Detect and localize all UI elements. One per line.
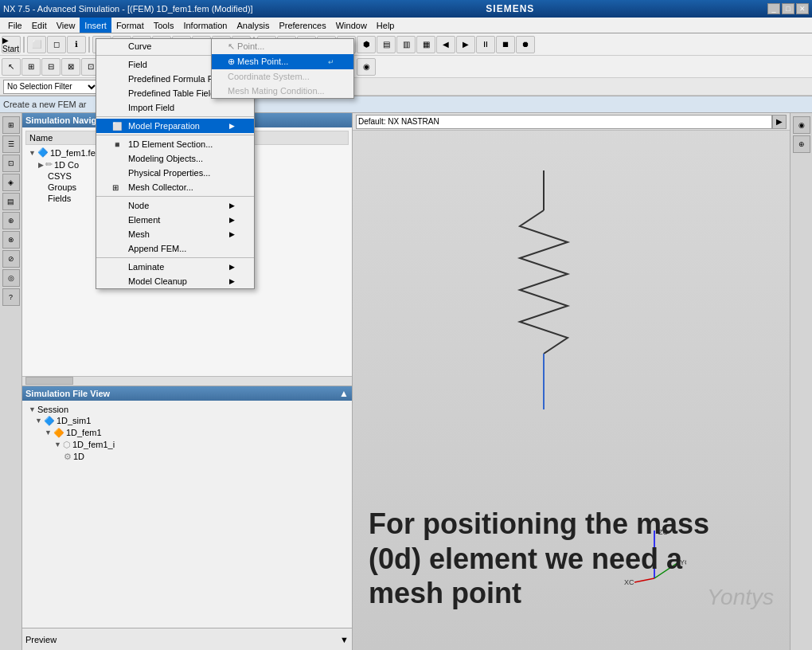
- toolbar-btn-19[interactable]: ▥: [396, 36, 416, 53]
- toolbar-btn-22[interactable]: ▶: [456, 36, 475, 53]
- spring-visualization: [512, 170, 576, 409]
- menu-1d-element[interactable]: ◾1D Element Section...: [96, 137, 254, 151]
- menu-edit[interactable]: Edit: [27, 18, 52, 33]
- sidebar-icon-9[interactable]: ◎: [2, 269, 20, 287]
- title-bar: NX 7.5 - Advanced Simulation - [(FEM) 1D…: [0, 0, 812, 18]
- submenu-mesh-point[interactable]: ⊕ Mesh Point... ↵: [212, 54, 353, 69]
- sidebar-icon-4[interactable]: ◈: [2, 174, 20, 191]
- sidebar-icon-7[interactable]: ⊗: [2, 231, 20, 249]
- viewport-3d: ZC YC XC For positioning the mass (0d) e…: [353, 131, 790, 650]
- menu-separator-4: [96, 196, 254, 197]
- menu-model-prep[interactable]: ⬜Model Preparation ▶: [96, 119, 254, 133]
- sim-tree-1dfem1i[interactable]: ▼ ⬡ 1D_fem1_i: [25, 439, 349, 451]
- sidebar-icon-3[interactable]: ⊡: [2, 155, 20, 172]
- submenu-point[interactable]: ↖ Point...: [212, 39, 353, 54]
- viewport-arrow[interactable]: ▶: [772, 115, 787, 129]
- menu-analysis[interactable]: Analysis: [232, 18, 274, 33]
- left-sidebar: ⊞ ☰ ⊡ ◈ ▤ ⊕ ⊗ ⊘ ◎ ?: [0, 113, 22, 650]
- toolbar2-btn-2[interactable]: ⊞: [21, 58, 41, 76]
- selection-filter[interactable]: No Selection Filter: [3, 80, 99, 94]
- sim-tree-1dsim1[interactable]: ▼ 🔷 1D_sim1: [25, 415, 349, 427]
- toolbar-btn-25[interactable]: ⏺: [516, 36, 535, 53]
- toolbar2-btn-3[interactable]: ⊟: [41, 58, 61, 76]
- sidebar-icon-8[interactable]: ⊘: [2, 250, 20, 268]
- title-bar-controls[interactable]: _ □ ✕: [767, 3, 809, 14]
- menu-information[interactable]: Information: [178, 18, 232, 33]
- menu-help[interactable]: Help: [372, 18, 400, 33]
- menu-model-cleanup[interactable]: Model Cleanup ▶: [96, 274, 254, 288]
- toolbar2-btn-1[interactable]: ↖: [2, 58, 21, 76]
- sim-file-view: Simulation File View ▲ ▼ Session ▼ 🔷 1D_…: [22, 386, 352, 628]
- toolbar-btn-17[interactable]: ⬢: [357, 36, 376, 53]
- restore-button[interactable]: □: [782, 3, 794, 14]
- menu-separator-5: [96, 257, 254, 258]
- close-button[interactable]: ✕: [796, 3, 809, 14]
- menu-node[interactable]: Node ▶: [96, 198, 254, 213]
- sim-tree-1d[interactable]: ⚙ 1D: [25, 451, 349, 463]
- menu-window[interactable]: Window: [331, 18, 372, 33]
- menu-physical-props[interactable]: Physical Properties...: [96, 166, 254, 180]
- submenu-mesh-mating: Mesh Mating Condition...: [212, 84, 353, 98]
- menu-tools[interactable]: Tools: [149, 18, 179, 33]
- toolbar2-btn-4[interactable]: ⊠: [61, 58, 80, 76]
- menu-mesh-collector[interactable]: ⊞Mesh Collector...: [96, 180, 254, 194]
- viewport-toolbar: ▶: [353, 113, 790, 131]
- menu-modeling-objects[interactable]: Modeling Objects...: [96, 151, 254, 166]
- menu-preferences[interactable]: Preferences: [274, 18, 330, 33]
- menu-laminate[interactable]: Laminate ▶: [96, 260, 254, 274]
- viewport[interactable]: ▶ ZC: [353, 113, 790, 650]
- menu-append-fem[interactable]: Append FEM...: [96, 241, 254, 256]
- toolbar-btn-3[interactable]: ℹ: [67, 36, 86, 53]
- menu-insert[interactable]: Insert: [80, 18, 111, 33]
- submenu-coordinate-system: Coordinate System...: [212, 69, 353, 84]
- siemens-logo: SIEMENS: [486, 3, 534, 14]
- menu-format[interactable]: Format: [111, 18, 149, 33]
- menu-mesh[interactable]: Mesh ▶: [96, 227, 254, 241]
- col-name: Name: [29, 133, 53, 143]
- toolbar2-btn-18[interactable]: ◉: [357, 58, 376, 76]
- title-text: NX 7.5 - Advanced Simulation - [(FEM) 1D…: [3, 4, 253, 14]
- sidebar-icon-10[interactable]: ?: [2, 288, 20, 306]
- preview-expand[interactable]: ▼: [340, 635, 349, 644]
- menu-separator-2: [96, 116, 254, 117]
- sidebar-icon-5[interactable]: ▤: [2, 193, 20, 210]
- right-sidebar-icon-1[interactable]: ◉: [793, 116, 810, 134]
- viewport-input[interactable]: [356, 115, 772, 129]
- h-scrollbar[interactable]: [22, 376, 352, 386]
- sim-file-expand[interactable]: ▲: [339, 388, 349, 399]
- sim-tree: ▼ Session ▼ 🔷 1D_sim1 ▼ 🔶 1D_fem1 ▼: [22, 401, 352, 466]
- sidebar-icon-6[interactable]: ⊕: [2, 212, 20, 229]
- sidebar-icon-1[interactable]: ⊞: [2, 116, 20, 134]
- toolbar-btn-20[interactable]: ▦: [416, 36, 435, 53]
- toolbar-btn-1[interactable]: ⬜: [27, 36, 46, 53]
- toolbar-btn-2[interactable]: ◻: [47, 36, 66, 53]
- menu-bar: File Edit View Insert Format Tools Infor…: [0, 18, 812, 33]
- separator-2: [88, 37, 90, 53]
- sim-tree-session[interactable]: ▼ Session: [25, 404, 349, 415]
- start-button[interactable]: ▶ Start: [2, 36, 21, 53]
- caption-text: For positioning the mass (0d) element we…: [369, 507, 751, 610]
- sim-file-header: Simulation File View ▲: [22, 386, 352, 401]
- toolbar-btn-23[interactable]: ⏸: [476, 36, 495, 53]
- model-prep-submenu: ↖ Point... ⊕ Mesh Point... ↵ Coordinate …: [211, 38, 354, 99]
- menu-file[interactable]: File: [3, 18, 27, 33]
- sim-tree-1dfem1[interactable]: ▼ 🔶 1D_fem1: [25, 427, 349, 439]
- toolbar-btn-24[interactable]: ⏹: [496, 36, 515, 53]
- toolbar-btn-21[interactable]: ◀: [436, 36, 455, 53]
- menu-import-field[interactable]: Import Field: [96, 100, 254, 115]
- menu-view[interactable]: View: [52, 18, 80, 33]
- preview-panel: Preview ▼: [22, 628, 352, 650]
- toolbar-btn-18[interactable]: ▤: [377, 36, 396, 53]
- separator-1: [23, 37, 25, 53]
- menu-element[interactable]: Element ▶: [96, 213, 254, 227]
- right-sidebar-icon-2[interactable]: ⊕: [793, 135, 810, 153]
- watermark-text: Yontys: [707, 585, 774, 610]
- right-sidebar: ◉ ⊕: [790, 113, 812, 650]
- sidebar-icon-2[interactable]: ☰: [2, 135, 20, 153]
- menu-separator-3: [96, 135, 254, 135]
- minimize-button[interactable]: _: [767, 3, 780, 14]
